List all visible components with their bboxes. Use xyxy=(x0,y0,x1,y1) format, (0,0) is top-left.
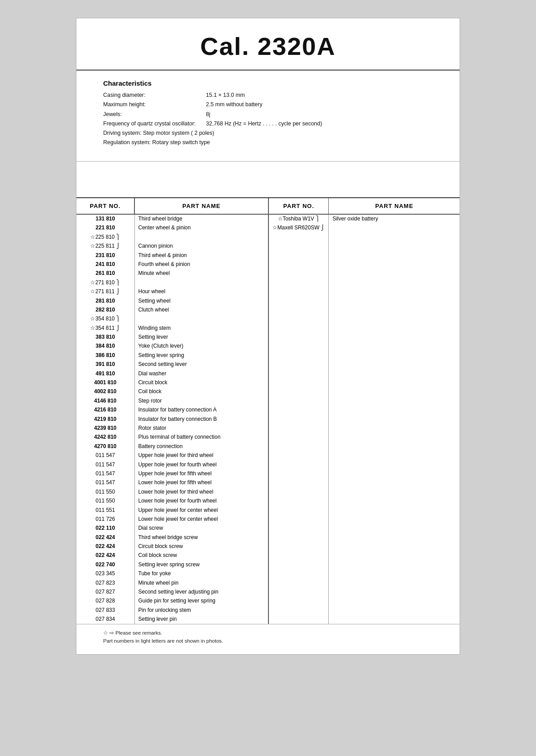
right-partno xyxy=(268,387,329,396)
characteristics-rows: Casing diameter:15.1 × 13.0 mmMaximum he… xyxy=(103,91,433,129)
left-partno: 027 833 xyxy=(76,606,134,615)
left-partname: Winding stem xyxy=(134,324,268,332)
right-partname xyxy=(329,260,460,269)
char-label: Jewels: xyxy=(103,110,206,119)
left-partno: ☆354 811 ⎭ xyxy=(76,324,134,332)
left-partno: ☆271 810 ⎫ xyxy=(76,278,134,287)
table-row: 011 547Upper hole jewel for third wheel xyxy=(76,451,460,460)
right-partno xyxy=(268,524,329,533)
table-row: 023 345Tube for yoke xyxy=(76,569,460,578)
table-row: 011 547Upper hole jewel for fourth wheel xyxy=(76,460,460,469)
table-row: 4216 810Insulator for battery connection… xyxy=(76,406,460,415)
left-partno: 261 810 xyxy=(76,269,134,278)
left-partno: 491 810 xyxy=(76,369,134,378)
char-value: 15.1 × 13.0 mm xyxy=(206,91,245,100)
right-partno xyxy=(268,424,329,432)
table-row: 011 547Upper hole jewel for fifth wheel xyxy=(76,469,460,478)
table-row: 011 551Upper hole jewel for center wheel xyxy=(76,506,460,515)
char-label: Casing diameter: xyxy=(103,91,206,100)
right-partname xyxy=(329,342,460,351)
right-partname xyxy=(329,251,460,260)
right-partno xyxy=(268,296,329,305)
table-row: ☆271 810 ⎫ xyxy=(76,278,460,287)
left-partname: Setting lever spring xyxy=(134,351,268,360)
right-partno xyxy=(268,506,329,515)
right-partname xyxy=(329,396,460,405)
right-partno xyxy=(268,260,329,269)
left-partname: Second setting lever xyxy=(134,360,268,369)
left-partname: Tube for yoke xyxy=(134,569,268,578)
left-partname: Hour wheel xyxy=(134,287,268,296)
left-partno: 4001 810 xyxy=(76,378,134,387)
left-partname: Lower hole jewel for fifth wheel xyxy=(134,478,268,487)
right-partno xyxy=(268,597,329,606)
left-partname: Insulator for battery connection B xyxy=(134,415,268,424)
parts-table-section: PART NO. PART NAME PART NO. PART NAME 13… xyxy=(76,197,460,624)
right-partno xyxy=(268,351,329,360)
left-partname: Third wheel bridge xyxy=(134,214,268,224)
right-partname xyxy=(329,442,460,451)
table-row: 011 550Lower hole jewel for third wheel xyxy=(76,487,460,496)
left-partno: 011 547 xyxy=(76,478,134,487)
left-partname: Minute wheel xyxy=(134,269,268,278)
left-partname: Circuit block xyxy=(134,378,268,387)
left-partno: 4270 810 xyxy=(76,442,134,451)
left-partname: Upper hole jewel for fourth wheel xyxy=(134,460,268,469)
right-partno xyxy=(268,433,329,442)
right-partname xyxy=(329,542,460,551)
table-row: ☆225 810 ⎫ xyxy=(76,233,460,241)
right-partname xyxy=(329,487,460,496)
characteristics-section: Characteristics Casing diameter:15.1 × 1… xyxy=(76,71,460,162)
right-partname xyxy=(329,578,460,587)
table-row: 022 424Third wheel bridge screw xyxy=(76,533,460,542)
left-partname: Upper hole jewel for center wheel xyxy=(134,506,268,515)
table-row: 4001 810Circuit block xyxy=(76,378,460,387)
char-row: Jewels:8j xyxy=(103,110,433,119)
char-full-row: Driving system: Step motor system ( 2 po… xyxy=(103,129,433,138)
right-partno xyxy=(268,269,329,278)
left-partname: Second setting lever adjusting pin xyxy=(134,588,268,597)
right-partno xyxy=(268,342,329,351)
right-partno xyxy=(268,233,329,241)
left-partname: Fourth wheel & pinion xyxy=(134,260,268,269)
char-value: 32,768 Hz (Hz = Hertz . . . . . cycle pe… xyxy=(206,119,322,129)
left-partname: Dial screw xyxy=(134,524,268,533)
right-partname xyxy=(329,387,460,396)
left-partno: 011 547 xyxy=(76,469,134,478)
col3-header: PART NO. xyxy=(268,198,329,214)
right-partname xyxy=(329,233,460,241)
left-partname: Circuit block screw xyxy=(134,542,268,551)
table-row: 282 810Clutch wheel xyxy=(76,305,460,314)
table-row: 027 834Setting lever pin xyxy=(76,615,460,624)
left-partno: 384 810 xyxy=(76,342,134,351)
table-row: 281 810Setting wheel xyxy=(76,296,460,305)
left-partno: 282 810 xyxy=(76,305,134,314)
right-partname: Silver oxide battery xyxy=(329,214,460,224)
table-row: 027 823Minute wheel pin xyxy=(76,578,460,587)
left-partno: 4239 810 xyxy=(76,424,134,432)
page-title: Cal. 2320A xyxy=(85,32,451,61)
right-partno xyxy=(268,578,329,587)
right-partname xyxy=(329,242,460,251)
right-partno xyxy=(268,560,329,569)
left-partno: 027 827 xyxy=(76,588,134,597)
left-partno: 281 810 xyxy=(76,296,134,305)
right-partname xyxy=(329,560,460,569)
left-partname: Plus terminal of battery connection xyxy=(134,433,268,442)
left-partno: 386 810 xyxy=(76,351,134,360)
right-partno xyxy=(268,588,329,597)
left-partname xyxy=(134,315,268,324)
right-partno xyxy=(268,515,329,523)
col1-header: PART NO. xyxy=(76,198,134,214)
left-partno: 391 810 xyxy=(76,360,134,369)
right-partno xyxy=(268,487,329,496)
left-partno: 131 810 xyxy=(76,214,134,224)
footnote-2: Part numbers in light letters are not sh… xyxy=(103,637,433,645)
left-partno: 022 424 xyxy=(76,551,134,560)
right-partno xyxy=(268,606,329,615)
right-partname xyxy=(329,424,460,432)
table-row: 4242 810Plus terminal of battery connect… xyxy=(76,433,460,442)
right-partno xyxy=(268,251,329,260)
left-partname: Lower hole jewel for third wheel xyxy=(134,487,268,496)
right-partno xyxy=(268,396,329,405)
